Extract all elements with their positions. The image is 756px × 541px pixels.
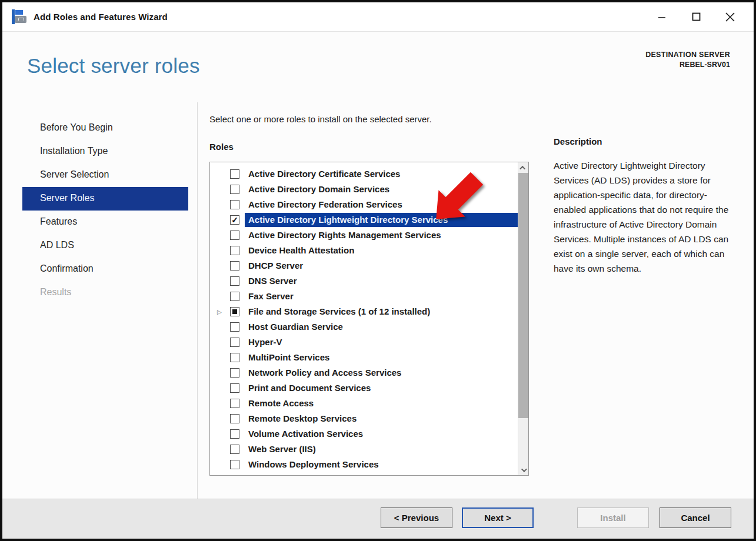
role-label[interactable]: DHCP Server bbox=[245, 259, 518, 273]
role-label[interactable]: File and Storage Services (1 of 12 insta… bbox=[245, 305, 518, 319]
role-checkbox[interactable] bbox=[230, 200, 239, 209]
description-text: Active Directory Lightweight Directory S… bbox=[554, 158, 735, 276]
window-title: Add Roles and Features Wizard bbox=[34, 12, 168, 22]
scrollbar-track[interactable] bbox=[518, 173, 528, 465]
scroll-down-icon[interactable] bbox=[518, 465, 528, 475]
role-row[interactable]: Remote Access bbox=[210, 396, 518, 411]
role-row[interactable]: Active Directory Certificate Services bbox=[210, 166, 518, 182]
role-checkbox[interactable] bbox=[230, 276, 239, 286]
scroll-up-icon[interactable] bbox=[518, 162, 528, 173]
next-button[interactable]: Next > bbox=[462, 507, 534, 528]
expand-arrow-icon[interactable]: ▷ bbox=[216, 309, 230, 315]
role-checkbox[interactable] bbox=[230, 169, 239, 179]
role-row[interactable]: Hyper-V bbox=[210, 335, 518, 350]
sidebar-item-results: Results bbox=[22, 281, 188, 305]
instruction-text: Select one or more roles to install on t… bbox=[209, 113, 529, 125]
role-row[interactable]: DNS Server bbox=[210, 273, 518, 289]
wizard-header: Select server roles DESTINATION SERVER R… bbox=[2, 32, 754, 102]
role-checkbox[interactable] bbox=[230, 460, 239, 469]
sidebar-item-installation-type[interactable]: Installation Type bbox=[22, 140, 188, 163]
role-row[interactable]: Fax Server bbox=[210, 289, 518, 304]
role-label[interactable]: Web Server (IIS) bbox=[245, 442, 518, 456]
role-checkbox[interactable] bbox=[230, 322, 239, 332]
role-checkbox[interactable] bbox=[230, 414, 239, 423]
role-label[interactable]: DNS Server bbox=[245, 274, 518, 288]
role-checkbox[interactable] bbox=[230, 429, 239, 439]
role-label[interactable]: Active Directory Lightweight Directory S… bbox=[245, 213, 518, 227]
role-checkbox[interactable] bbox=[230, 261, 239, 270]
role-label[interactable]: Host Guardian Service bbox=[245, 320, 518, 334]
sidebar-item-before-you-begin[interactable]: Before You Begin bbox=[22, 116, 188, 140]
sidebar-item-confirmation[interactable]: Confirmation bbox=[22, 258, 188, 281]
role-checkbox[interactable] bbox=[230, 246, 239, 255]
role-row[interactable]: Host Guardian Service bbox=[210, 319, 518, 335]
role-label[interactable]: Volume Activation Services bbox=[245, 427, 518, 441]
role-label[interactable]: Active Directory Domain Services bbox=[245, 182, 518, 196]
role-checkbox[interactable] bbox=[230, 338, 239, 347]
role-row[interactable]: DHCP Server bbox=[210, 258, 518, 273]
description-title: Description bbox=[554, 136, 735, 146]
role-checkbox[interactable] bbox=[230, 445, 239, 454]
wizard-steps-sidebar: Before You BeginInstallation TypeServer … bbox=[2, 102, 198, 499]
sidebar-item-server-roles[interactable]: Server Roles bbox=[22, 187, 188, 211]
titlebar: Add Roles and Features Wizard bbox=[2, 2, 754, 32]
role-label[interactable]: Active Directory Rights Management Servi… bbox=[245, 228, 518, 242]
sidebar-item-features[interactable]: Features bbox=[22, 211, 188, 234]
content-area: Select one or more roles to install on t… bbox=[198, 102, 754, 499]
cancel-button[interactable]: Cancel bbox=[660, 507, 731, 528]
role-checkbox[interactable]: ✓ bbox=[230, 215, 239, 225]
install-button[interactable]: Install bbox=[577, 507, 649, 528]
role-row[interactable]: Network Policy and Access Services bbox=[210, 365, 518, 380]
destination-server-label: DESTINATION SERVER bbox=[645, 51, 730, 59]
wizard-window: Add Roles and Features Wizard Select ser… bbox=[0, 0, 756, 541]
role-row[interactable]: Device Health Attestation bbox=[210, 243, 518, 258]
role-checkbox[interactable] bbox=[230, 292, 239, 301]
footer-bar: < Previous Next > Install Cancel bbox=[2, 499, 754, 539]
destination-server-name: REBEL-SRV01 bbox=[645, 61, 730, 69]
role-checkbox[interactable] bbox=[230, 353, 239, 362]
add-roles-wizard-icon bbox=[12, 9, 28, 24]
page-title: Select server roles bbox=[27, 54, 730, 78]
role-checkbox[interactable] bbox=[230, 399, 239, 408]
role-label[interactable]: Device Health Attestation bbox=[245, 243, 518, 258]
window-controls bbox=[657, 12, 745, 22]
role-row[interactable]: Print and Document Services bbox=[210, 380, 518, 396]
role-checkbox[interactable] bbox=[230, 307, 239, 316]
role-row[interactable]: ✓Active Directory Lightweight Directory … bbox=[210, 212, 518, 228]
scrollbar-thumb[interactable] bbox=[518, 173, 528, 418]
destination-server-block: DESTINATION SERVER REBEL-SRV01 bbox=[645, 51, 730, 69]
sidebar-item-server-selection[interactable]: Server Selection bbox=[22, 163, 188, 187]
roles-scrollbar[interactable] bbox=[518, 162, 528, 475]
role-row[interactable]: Active Directory Rights Management Servi… bbox=[210, 228, 518, 243]
role-row[interactable]: MultiPoint Services bbox=[210, 350, 518, 365]
role-label[interactable]: Print and Document Services bbox=[245, 381, 518, 395]
role-row[interactable]: Remote Desktop Services bbox=[210, 411, 518, 426]
role-label[interactable]: Hyper-V bbox=[245, 335, 518, 349]
role-checkbox[interactable] bbox=[230, 368, 239, 378]
role-label[interactable]: Active Directory Certificate Services bbox=[245, 167, 518, 181]
role-label[interactable]: Remote Desktop Services bbox=[245, 412, 518, 426]
role-row[interactable]: Active Directory Domain Services bbox=[210, 182, 518, 197]
role-row[interactable]: Windows Deployment Services bbox=[210, 457, 518, 472]
previous-button[interactable]: < Previous bbox=[381, 507, 452, 528]
role-row[interactable]: Volume Activation Services bbox=[210, 426, 518, 442]
close-icon[interactable] bbox=[725, 12, 735, 22]
role-row[interactable]: ▷File and Storage Services (1 of 12 inst… bbox=[210, 304, 518, 319]
role-label[interactable]: Fax Server bbox=[245, 289, 518, 303]
role-checkbox[interactable] bbox=[230, 185, 239, 194]
role-label[interactable]: MultiPoint Services bbox=[245, 350, 518, 365]
role-label[interactable]: Active Directory Federation Services bbox=[245, 198, 518, 212]
role-checkbox[interactable] bbox=[230, 383, 239, 393]
role-row[interactable]: Active Directory Federation Services bbox=[210, 197, 518, 212]
maximize-icon[interactable] bbox=[691, 12, 701, 22]
description-panel: Description Active Directory Lightweight… bbox=[554, 113, 735, 499]
role-label[interactable]: Network Policy and Access Services bbox=[245, 366, 518, 380]
role-label[interactable]: Windows Deployment Services bbox=[245, 457, 518, 472]
roles-list: Active Directory Certificate ServicesAct… bbox=[210, 162, 518, 475]
sidebar-item-ad-lds[interactable]: AD LDS bbox=[22, 234, 188, 258]
role-row[interactable]: Web Server (IIS) bbox=[210, 442, 518, 457]
role-label[interactable]: Remote Access bbox=[245, 396, 518, 410]
role-checkbox[interactable] bbox=[230, 231, 239, 240]
minimize-icon[interactable] bbox=[657, 12, 667, 22]
wizard-body: Before You BeginInstallation TypeServer … bbox=[2, 102, 754, 499]
